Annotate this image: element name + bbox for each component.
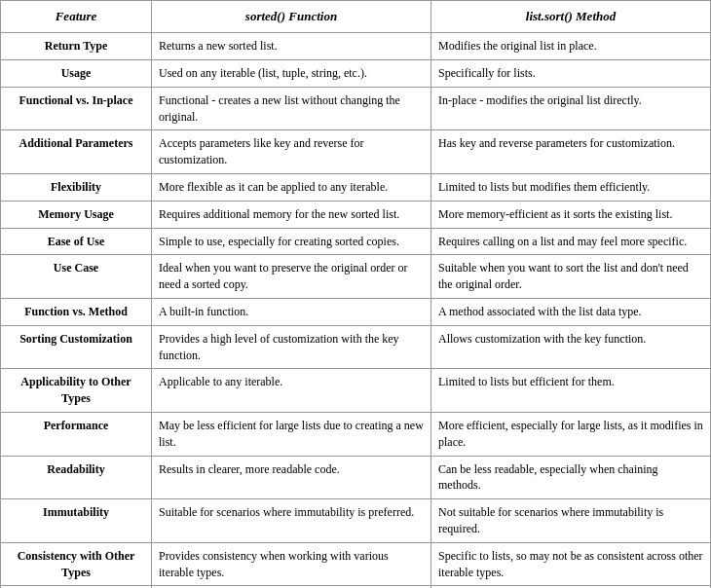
table-row: Return TypeReturns a new sorted list.Mod… [1, 33, 711, 60]
cell-sorted: More flexible as it can be applied to an… [152, 173, 431, 201]
table-header-row: Feature sorted() Function list.sort() Me… [1, 1, 711, 33]
cell-feature: Consistency with Other Types [1, 542, 152, 586]
header-sorted: sorted() Function [152, 1, 431, 33]
cell-listsort: Suitable when you want to sort the list … [431, 255, 711, 299]
cell-feature: Return Type [1, 33, 152, 60]
table-row: Functional vs. In-placeFunctional - crea… [1, 87, 711, 130]
cell-sorted: May be less efficient for large lists du… [152, 412, 431, 456]
cell-sorted: Applicable to any iterable. [152, 369, 431, 413]
cell-feature: Additional Parameters [1, 130, 152, 174]
cell-sorted: Functional - creates a new list without … [152, 87, 431, 130]
cell-listsort: More efficient, especially for large lis… [431, 412, 711, 456]
cell-listsort: Limited to lists but modifies them effic… [431, 173, 711, 201]
cell-listsort: Has key and reverse parameters for custo… [431, 130, 711, 174]
cell-feature: Use Case [1, 255, 152, 299]
cell-feature: Function vs. Method [1, 298, 152, 325]
cell-sorted: Provides a high level of customization w… [152, 325, 431, 369]
cell-sorted: Suitable for scenarios where immutabilit… [152, 499, 431, 543]
header-listsort: list.sort() Method [431, 1, 711, 33]
table-row: UsageUsed on any iterable (list, tuple, … [1, 59, 711, 87]
table-row: ReadabilityResults in clearer, more read… [1, 456, 711, 499]
cell-sorted: Returns a new sorted list. [152, 33, 431, 60]
cell-listsort: Requires calling on a list and may feel … [431, 228, 711, 255]
table-row: Additional ParametersAccepts parameters … [1, 130, 711, 174]
cell-feature: Ease of Use [1, 228, 152, 255]
table-row: ImmutabilitySuitable for scenarios where… [1, 499, 711, 543]
table-row: Sorting CustomizationProvides a high lev… [1, 325, 711, 369]
cell-listsort: More memory-efficient as it sorts the ex… [431, 201, 711, 228]
cell-feature: Applicability to Other Types [1, 369, 152, 413]
cell-sorted: Ideal when you want to preserve the orig… [152, 255, 431, 299]
cell-listsort: Specific to lists, so may not be as cons… [431, 542, 711, 586]
table-row: PerformanceMay be less efficient for lar… [1, 412, 711, 456]
cell-feature: Readability [1, 456, 152, 499]
cell-listsort: Modifies the original list in place. [431, 33, 711, 60]
cell-listsort: Not suitable for scenarios where immutab… [431, 499, 711, 543]
cell-listsort: Specifically for lists. [431, 59, 711, 87]
cell-feature: Sorting Customization [1, 325, 152, 369]
cell-sorted: Simple to use, especially for creating s… [152, 228, 431, 255]
cell-feature: Performance [1, 412, 152, 456]
comparison-table: Feature sorted() Function list.sort() Me… [0, 0, 711, 588]
cell-feature: Memory Usage [1, 201, 152, 228]
cell-sorted: Requires additional memory for the new s… [152, 201, 431, 228]
cell-feature: Immutability [1, 499, 152, 543]
cell-feature: Usage [1, 59, 152, 87]
comparison-table-container: Feature sorted() Function list.sort() Me… [0, 0, 711, 588]
cell-listsort: Can be less readable, especially when ch… [431, 456, 711, 499]
table-row: Use CaseIdeal when you want to preserve … [1, 255, 711, 299]
cell-listsort: Allows customization with the key functi… [431, 325, 711, 369]
cell-sorted: Results in clearer, more readable code. [152, 456, 431, 499]
cell-sorted: A built-in function. [152, 298, 431, 325]
header-feature: Feature [1, 1, 152, 33]
table-row: Applicability to Other TypesApplicable t… [1, 369, 711, 413]
table-row: Consistency with Other TypesProvides con… [1, 542, 711, 586]
cell-listsort: A method associated with the list data t… [431, 298, 711, 325]
table-row: FlexibilityMore flexible as it can be ap… [1, 173, 711, 201]
table-row: Memory UsageRequires additional memory f… [1, 201, 711, 228]
cell-sorted: Used on any iterable (list, tuple, strin… [152, 59, 431, 87]
cell-sorted: Provides consistency when working with v… [152, 542, 431, 586]
cell-listsort: In-place - modifies the original list di… [431, 87, 711, 130]
cell-listsort: Limited to lists but efficient for them. [431, 369, 711, 413]
table-row: Function vs. MethodA built-in function.A… [1, 298, 711, 325]
table-row: Ease of UseSimple to use, especially for… [1, 228, 711, 255]
cell-feature: Flexibility [1, 173, 152, 201]
cell-sorted: Accepts parameters like key and reverse … [152, 130, 431, 174]
cell-feature: Functional vs. In-place [1, 87, 152, 130]
